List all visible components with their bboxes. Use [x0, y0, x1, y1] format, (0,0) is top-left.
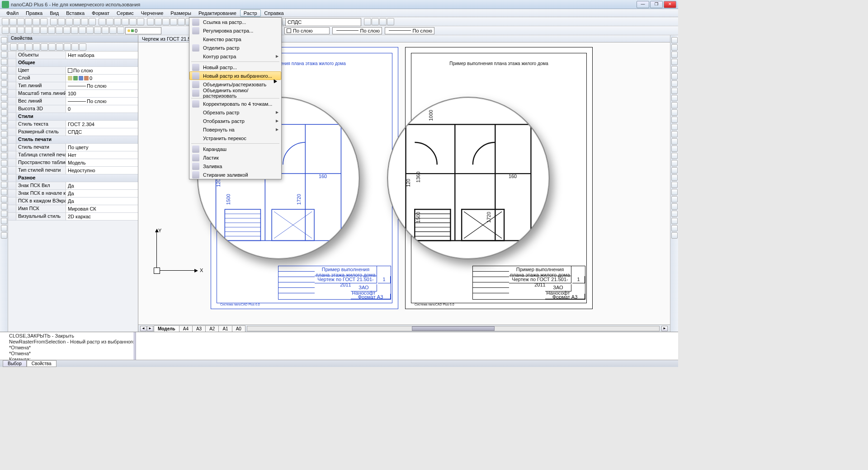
- menu-item[interactable]: Заливка: [189, 162, 281, 170]
- tool-button[interactable]: [1, 174, 7, 181]
- props-toolbar-button[interactable]: [71, 43, 79, 51]
- tool-button[interactable]: [1, 225, 7, 231]
- tool-button[interactable]: [671, 232, 678, 239]
- objects-value[interactable]: Нет набора: [66, 52, 138, 59]
- toolbar-button[interactable]: [33, 27, 40, 34]
- menu-вид[interactable]: Вид: [46, 9, 62, 17]
- tool-button[interactable]: [1, 109, 7, 116]
- toolbar-button[interactable]: [25, 18, 32, 25]
- bylayer-color-combo[interactable]: По слою: [284, 27, 330, 34]
- toolbar-button[interactable]: [2, 27, 9, 34]
- tool-button[interactable]: [1, 153, 7, 159]
- viewport-tab[interactable]: Модель: [154, 325, 179, 332]
- toolbar-button[interactable]: [9, 18, 17, 25]
- tool-button[interactable]: [671, 138, 678, 145]
- tool-button[interactable]: [1, 80, 7, 87]
- toolbar-button[interactable]: [66, 18, 73, 25]
- tool-button[interactable]: [671, 196, 678, 202]
- menu-item[interactable]: Корректировать по 4 точкам...: [189, 99, 281, 108]
- menu-вставка[interactable]: Вставка: [62, 9, 88, 17]
- menu-item[interactable]: Качество растра: [189, 35, 281, 43]
- toolbar-button[interactable]: [40, 27, 47, 34]
- tool-button[interactable]: [671, 66, 678, 72]
- toolbar-button[interactable]: [122, 18, 129, 25]
- close-button[interactable]: ✕: [664, 1, 676, 8]
- tool-button[interactable]: [671, 146, 678, 152]
- menu-размеры[interactable]: Размеры: [167, 9, 195, 17]
- menu-item[interactable]: Ластик: [189, 153, 281, 162]
- tool-button[interactable]: [671, 73, 678, 80]
- tool-button[interactable]: [671, 37, 678, 43]
- toolbar-button[interactable]: [48, 27, 55, 34]
- toolbar-button[interactable]: [147, 18, 154, 25]
- toolbar-button[interactable]: [50, 18, 57, 25]
- toolbar-button[interactable]: [2, 18, 9, 25]
- prop-value[interactable]: ГОСТ 2.304: [66, 121, 138, 128]
- tool-button[interactable]: [671, 124, 678, 130]
- toolbar-button[interactable]: [387, 18, 394, 25]
- menu-сервис[interactable]: Сервис: [113, 9, 137, 17]
- tool-button[interactable]: [1, 102, 7, 108]
- menu-item[interactable]: Карандаш: [189, 145, 281, 153]
- toolbar-button[interactable]: [89, 18, 96, 25]
- toolbar-button[interactable]: [94, 27, 101, 34]
- tool-button[interactable]: [1, 218, 7, 224]
- tool-button[interactable]: [1, 66, 7, 72]
- minimize-button[interactable]: —: [637, 1, 649, 8]
- toolbar-button[interactable]: [71, 27, 78, 34]
- prop-value[interactable]: Да: [66, 190, 138, 197]
- tool-button[interactable]: [671, 174, 678, 181]
- toolbar-button[interactable]: [56, 27, 63, 34]
- menu-файл[interactable]: Файл: [3, 9, 22, 17]
- tool-button[interactable]: [671, 218, 678, 224]
- prop-value[interactable]: СПДС: [66, 128, 138, 136]
- toolbar-button[interactable]: [109, 27, 117, 34]
- viewport-tab[interactable]: A1: [218, 325, 232, 332]
- tool-button[interactable]: [1, 189, 7, 195]
- tool-button[interactable]: [1, 59, 7, 65]
- toolbar-button[interactable]: [102, 27, 109, 34]
- tool-button[interactable]: [671, 225, 678, 231]
- toolbar-button[interactable]: [137, 18, 144, 25]
- menu-item[interactable]: Обрезать растр▶: [189, 108, 281, 117]
- tool-button[interactable]: [671, 153, 678, 159]
- prop-value[interactable]: Да: [66, 197, 138, 205]
- bylayer-lineweight-combo[interactable]: По слою: [385, 27, 434, 34]
- toolbar-button[interactable]: [364, 18, 371, 25]
- tool-button[interactable]: [1, 88, 7, 94]
- command-line[interactable]: CLOSE,ЗАКРЫТЬ - ЗакрытьNewRasterFromSele…: [0, 332, 678, 360]
- prop-value[interactable]: Нет: [66, 151, 138, 159]
- layer-combo[interactable]: 0: [125, 27, 161, 34]
- menu-растр[interactable]: Растр: [240, 9, 261, 17]
- toolbar-button[interactable]: [114, 18, 121, 25]
- prop-value[interactable]: По слою: [66, 98, 138, 105]
- toolbar-button[interactable]: [33, 18, 40, 25]
- viewport-tab[interactable]: A4: [179, 325, 193, 332]
- tool-button[interactable]: [1, 167, 7, 174]
- menu-справка[interactable]: Справка: [261, 9, 288, 17]
- tool-button[interactable]: [671, 189, 678, 195]
- props-toolbar-button[interactable]: [33, 43, 40, 51]
- toolbar-button[interactable]: [73, 18, 80, 25]
- prop-value[interactable]: По слою: [66, 67, 138, 74]
- tool-button[interactable]: [671, 95, 678, 101]
- tool-button[interactable]: [671, 59, 678, 65]
- bylayer-linetype-combo[interactable]: По слою: [332, 27, 382, 34]
- props-toolbar-button[interactable]: [18, 43, 25, 51]
- tool-button[interactable]: [1, 73, 7, 80]
- viewport-tab[interactable]: A0: [232, 325, 245, 332]
- tool-button[interactable]: [671, 80, 678, 87]
- props-toolbar-button[interactable]: [56, 43, 63, 51]
- menu-item[interactable]: Повернуть на▶: [189, 125, 281, 134]
- toolbar-button[interactable]: [9, 27, 17, 34]
- toolbar-button[interactable]: [170, 18, 177, 25]
- tool-button[interactable]: [671, 203, 678, 210]
- toolbar-button[interactable]: [162, 18, 170, 25]
- tool-button[interactable]: [671, 167, 678, 174]
- tool-button[interactable]: [1, 203, 7, 210]
- toolbar-button[interactable]: [81, 18, 88, 25]
- toolbar-button[interactable]: [178, 18, 185, 25]
- prop-value[interactable]: 0: [66, 105, 138, 113]
- tool-button[interactable]: [1, 52, 7, 58]
- h-scrollbar[interactable]: [247, 326, 660, 331]
